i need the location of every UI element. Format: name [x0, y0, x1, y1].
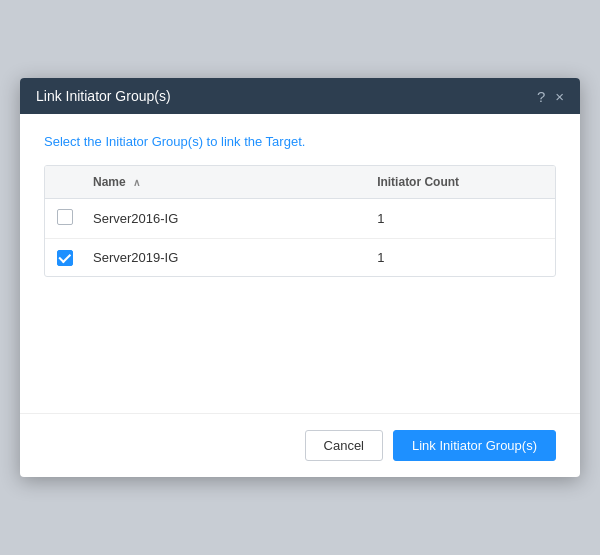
link-initiator-groups-dialog: Link Initiator Group(s) ? × Select the I…	[20, 78, 580, 477]
row-name: Server2019-IG	[81, 239, 365, 276]
checkbox-cell[interactable]	[45, 239, 81, 276]
row-count: 1	[365, 239, 555, 276]
header-icons: ? ×	[537, 89, 564, 104]
table-header-row: Name ∧ Initiator Count	[45, 166, 555, 199]
description-text-start: Select the Initiator Group(s) to link	[44, 134, 244, 149]
description-link: the	[244, 134, 262, 149]
row-checkbox[interactable]	[57, 250, 73, 266]
row-count: 1	[365, 199, 555, 239]
table-row: Server2019-IG1	[45, 239, 555, 276]
sort-icon: ∧	[133, 177, 140, 188]
column-count: Initiator Count	[365, 166, 555, 199]
table-container: Name ∧ Initiator Count Server2016-IG1Ser…	[44, 165, 556, 277]
dialog-footer: Cancel Link Initiator Group(s)	[20, 413, 580, 477]
column-name[interactable]: Name ∧	[81, 166, 365, 199]
help-icon[interactable]: ?	[537, 89, 545, 104]
checkbox-header	[45, 166, 81, 199]
table-row: Server2016-IG1	[45, 199, 555, 239]
cancel-button[interactable]: Cancel	[305, 430, 383, 461]
link-initiator-groups-button[interactable]: Link Initiator Group(s)	[393, 430, 556, 461]
dialog-header: Link Initiator Group(s) ? ×	[20, 78, 580, 114]
row-name: Server2016-IG	[81, 199, 365, 239]
checkbox-cell[interactable]	[45, 199, 81, 239]
initiator-groups-table: Name ∧ Initiator Count Server2016-IG1Ser…	[45, 166, 555, 276]
close-icon[interactable]: ×	[555, 89, 564, 104]
dialog-title: Link Initiator Group(s)	[36, 88, 171, 104]
dialog-description: Select the Initiator Group(s) to link th…	[44, 134, 556, 149]
dialog-body: Select the Initiator Group(s) to link th…	[20, 114, 580, 293]
row-checkbox[interactable]	[57, 209, 73, 225]
description-text-end: Target.	[262, 134, 305, 149]
